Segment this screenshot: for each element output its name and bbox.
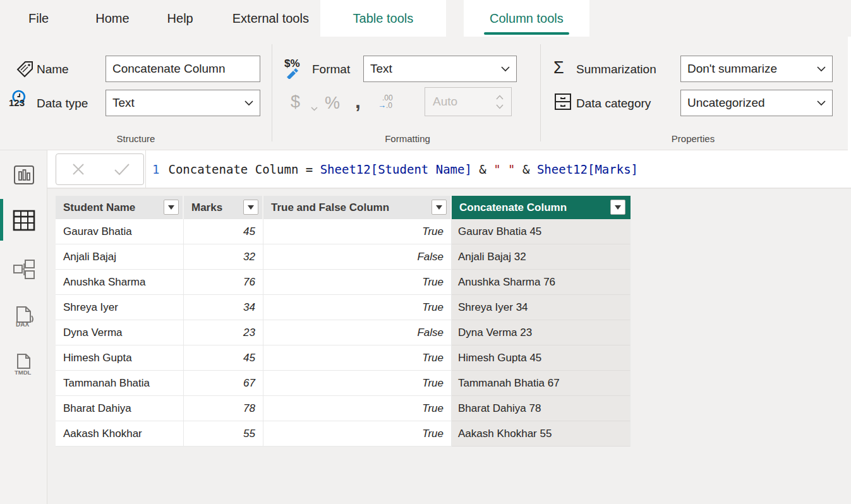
table-row: Gaurav Bhatia 45 True Gaurav Bhatia 45 bbox=[56, 219, 631, 244]
report-view-button[interactable] bbox=[12, 163, 36, 187]
formula-token: & bbox=[516, 162, 537, 176]
table-header-row: Student Name Marks True and False Column… bbox=[56, 196, 631, 219]
tab-column-tools[interactable]: Column tools bbox=[464, 0, 589, 37]
tab-table-tools[interactable]: Table tools bbox=[320, 0, 446, 37]
format-label: Format bbox=[312, 63, 350, 76]
cell-concatenate[interactable]: Gaurav Bhatia 45 bbox=[452, 219, 631, 244]
active-view-indicator bbox=[0, 199, 3, 241]
format-select[interactable]: Text bbox=[363, 56, 517, 82]
cell-student-name[interactable]: Aakash Khokhar bbox=[56, 421, 184, 447]
percent-button[interactable]: % bbox=[325, 93, 340, 113]
filter-triangle-icon bbox=[248, 205, 254, 210]
cell-true-false[interactable]: False bbox=[263, 244, 452, 270]
cell-marks[interactable]: 78 bbox=[184, 396, 263, 421]
data-view-button[interactable] bbox=[12, 208, 36, 232]
column-header-marks[interactable]: Marks bbox=[184, 196, 263, 219]
cell-concatenate[interactable]: Anjali Bajaj 32 bbox=[452, 244, 631, 270]
data-type-select[interactable]: Text bbox=[106, 90, 260, 116]
group-label-properties: Properties bbox=[601, 133, 785, 144]
commit-formula-button[interactable] bbox=[100, 154, 143, 184]
cell-true-false[interactable]: True bbox=[263, 295, 452, 320]
currency-chevron-icon[interactable] bbox=[311, 102, 318, 114]
cell-marks[interactable]: 34 bbox=[184, 295, 263, 320]
cell-student-name[interactable]: Dyna Verma bbox=[56, 320, 184, 345]
cell-student-name[interactable]: Bharat Dahiya bbox=[56, 396, 184, 421]
group-divider bbox=[540, 44, 541, 141]
formula-token-string: " " bbox=[493, 162, 515, 176]
decimal-places-spinner[interactable]: Auto bbox=[425, 87, 512, 116]
data-type-value: Text bbox=[112, 96, 135, 110]
summarization-value: Don't summarize bbox=[687, 62, 777, 76]
filter-dropdown-button[interactable] bbox=[432, 200, 447, 215]
summarization-select[interactable]: Don't summarize bbox=[680, 56, 833, 82]
spinner-down-icon[interactable] bbox=[496, 104, 504, 109]
menu-item-external-tools[interactable]: External tools bbox=[232, 0, 309, 37]
filter-triangle-icon bbox=[436, 205, 442, 210]
cell-concatenate[interactable]: Anushka Sharma 76 bbox=[452, 270, 631, 295]
spinner-value: Auto bbox=[425, 95, 492, 109]
cell-true-false[interactable]: True bbox=[263, 371, 452, 396]
cell-student-name[interactable]: Gaurav Bhatia bbox=[56, 219, 184, 244]
cell-concatenate[interactable]: Bharat Dahiya 78 bbox=[452, 396, 631, 421]
view-switcher-sidebar: DAX TMDL bbox=[0, 150, 47, 504]
formula-line-number: 1 bbox=[146, 162, 168, 176]
decimal-places-button[interactable]: .00 →.0 bbox=[378, 95, 393, 109]
cell-concatenate[interactable]: Dyna Verma 23 bbox=[452, 320, 631, 345]
cell-true-false[interactable]: True bbox=[263, 345, 452, 371]
cell-concatenate[interactable]: Himesh Gupta 45 bbox=[452, 345, 631, 371]
cell-marks[interactable]: 32 bbox=[184, 244, 263, 270]
dax-formula-input[interactable]: 1 Concatenate Column = Sheet12[Student N… bbox=[145, 150, 851, 188]
formula-bar: 1 Concatenate Column = Sheet12[Student N… bbox=[47, 150, 851, 189]
cell-true-false[interactable]: True bbox=[263, 396, 452, 421]
formula-token: Concatenate Column = bbox=[168, 162, 320, 176]
cell-concatenate[interactable]: Tammanah Bhatia 67 bbox=[452, 371, 631, 396]
menu-item-file[interactable]: File bbox=[28, 0, 49, 37]
decimals-arrow-glyph: → bbox=[378, 100, 386, 110]
cell-student-name[interactable]: Tammanah Bhatia bbox=[56, 371, 184, 396]
cell-marks[interactable]: 45 bbox=[184, 345, 263, 371]
column-header-concatenate-selected[interactable]: Concatenate Column bbox=[452, 196, 631, 219]
model-view-button[interactable] bbox=[12, 258, 36, 282]
table-row: Dyna Verma 23 False Dyna Verma 23 bbox=[56, 320, 631, 345]
filter-dropdown-button[interactable] bbox=[243, 200, 258, 215]
data-view-canvas: Student Name Marks True and False Column… bbox=[47, 189, 851, 504]
group-label-structure: Structure bbox=[44, 133, 227, 144]
cell-true-false[interactable]: False bbox=[263, 320, 452, 345]
cell-student-name[interactable]: Anjali Bajaj bbox=[56, 244, 184, 270]
rename-tag-icon bbox=[15, 59, 35, 82]
data-category-select[interactable]: Uncategorized bbox=[680, 90, 833, 116]
menu-item-home[interactable]: Home bbox=[95, 0, 129, 37]
cell-marks[interactable]: 76 bbox=[184, 270, 263, 295]
cell-marks[interactable]: 55 bbox=[184, 421, 263, 447]
cell-true-false[interactable]: True bbox=[263, 219, 452, 244]
currency-button[interactable]: $ bbox=[291, 92, 300, 112]
menu-item-help[interactable]: Help bbox=[167, 0, 193, 37]
cell-student-name[interactable]: Anushka Sharma bbox=[56, 270, 184, 295]
tmdl-view-button[interactable]: TMDL bbox=[12, 352, 36, 376]
cell-concatenate[interactable]: Shreya Iyer 34 bbox=[452, 295, 631, 320]
cell-student-name[interactable]: Himesh Gupta bbox=[56, 345, 184, 371]
column-header-label: Concatenate Column bbox=[459, 201, 567, 214]
filter-dropdown-button[interactable] bbox=[610, 200, 625, 215]
cell-student-name[interactable]: Shreya Iyer bbox=[56, 295, 184, 320]
ribbon: Name 123 Data type Text Structure $% For… bbox=[0, 37, 851, 150]
filter-dropdown-button[interactable] bbox=[164, 200, 179, 215]
cell-true-false[interactable]: True bbox=[263, 421, 452, 447]
column-name-input[interactable] bbox=[106, 56, 260, 82]
ribbon-right-edge bbox=[848, 37, 851, 150]
cell-marks[interactable]: 23 bbox=[184, 320, 263, 345]
thousands-separator-button[interactable]: , bbox=[355, 90, 361, 113]
x-icon bbox=[71, 162, 85, 176]
cancel-formula-button[interactable] bbox=[56, 154, 100, 184]
cell-concatenate[interactable]: Aakash Khokhar 55 bbox=[452, 421, 631, 447]
column-header-student-name[interactable]: Student Name bbox=[56, 196, 184, 219]
cell-marks[interactable]: 45 bbox=[184, 219, 263, 244]
chevron-down-icon bbox=[501, 66, 510, 72]
format-icon: $% bbox=[284, 57, 310, 83]
dax-query-view-button[interactable]: DAX bbox=[12, 305, 36, 329]
spinner-up-icon[interactable] bbox=[496, 95, 504, 100]
column-header-true-false[interactable]: True and False Column bbox=[263, 196, 452, 219]
column-header-label: Student Name bbox=[63, 201, 135, 214]
cell-marks[interactable]: 67 bbox=[184, 371, 263, 396]
cell-true-false[interactable]: True bbox=[263, 270, 452, 295]
